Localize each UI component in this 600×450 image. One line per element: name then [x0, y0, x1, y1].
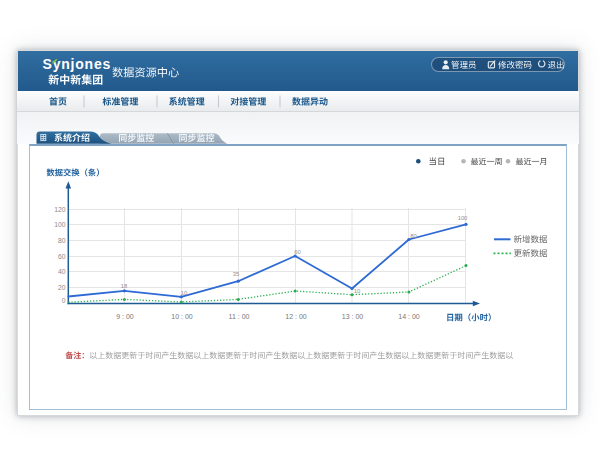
svg-text:40: 40 [58, 268, 66, 275]
svg-text:100: 100 [458, 215, 468, 221]
svg-text:12 : 00: 12 : 00 [285, 313, 307, 320]
svg-text:35: 35 [233, 271, 239, 277]
svg-text:Synjones: Synjones [43, 56, 112, 72]
svg-text:10: 10 [354, 288, 360, 294]
svg-text:18: 18 [121, 283, 127, 289]
svg-text:13 : 00: 13 : 00 [342, 313, 364, 320]
svg-text:60: 60 [294, 249, 300, 255]
svg-text:9 : 00: 9 : 00 [116, 313, 134, 320]
svg-text:120: 120 [54, 206, 66, 213]
svg-text:14 : 00: 14 : 00 [398, 313, 420, 320]
svg-text:80: 80 [410, 233, 416, 239]
svg-text:100: 100 [54, 221, 66, 228]
svg-text:60: 60 [58, 253, 66, 260]
svg-text:10 : 00: 10 : 00 [171, 313, 193, 320]
svg-text:20: 20 [58, 284, 66, 291]
svg-text:11 : 00: 11 : 00 [229, 313, 250, 320]
svg-text:0: 0 [62, 297, 66, 304]
svg-text:80: 80 [58, 237, 66, 244]
svg-text:10: 10 [181, 290, 187, 296]
